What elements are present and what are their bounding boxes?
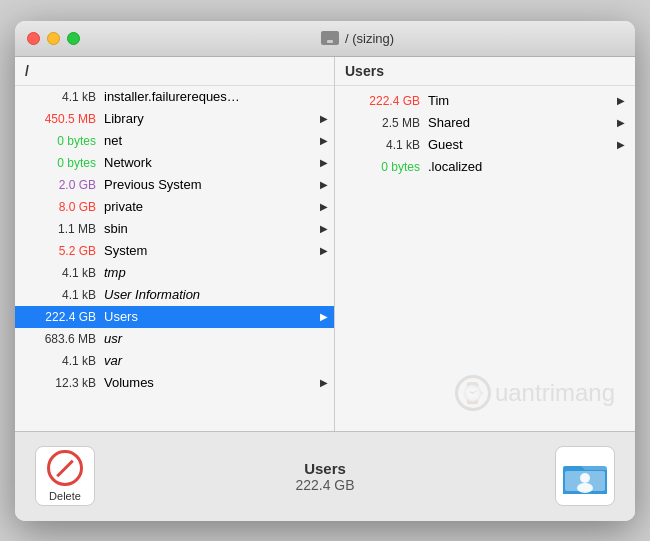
file-name: private <box>104 199 316 214</box>
file-size: 0 bytes <box>21 134 96 148</box>
svg-point-3 <box>580 473 590 483</box>
title-center: / (sizing) <box>92 31 623 46</box>
file-size: 450.5 MB <box>21 112 96 126</box>
content-area: / 4.1 kBinstaller.failurereques…450.5 MB… <box>15 57 635 431</box>
file-size: 2.0 GB <box>21 178 96 192</box>
user-name: Shared <box>428 115 613 130</box>
file-size: 4.1 kB <box>21 354 96 368</box>
file-size: 4.1 kB <box>21 288 96 302</box>
right-panel: Users 222.4 GBTim▶2.5 MBShared▶4.1 kBGue… <box>335 57 635 431</box>
file-name: var <box>104 353 328 368</box>
file-size: 0 bytes <box>21 156 96 170</box>
left-panel: / 4.1 kBinstaller.failurereques…450.5 MB… <box>15 57 335 431</box>
bottom-info: Users 222.4 GB <box>95 460 555 493</box>
file-size: 4.1 kB <box>21 90 96 104</box>
file-size: 222.4 GB <box>21 310 96 324</box>
expand-arrow-icon: ▶ <box>320 157 328 168</box>
file-name: Network <box>104 155 316 170</box>
file-size: 1.1 MB <box>21 222 96 236</box>
delete-button[interactable]: Delete <box>35 446 95 506</box>
user-size: 2.5 MB <box>345 116 420 130</box>
list-item[interactable]: 0 bytesNetwork▶ <box>15 152 334 174</box>
file-name: Users <box>104 309 316 324</box>
list-item[interactable]: 683.6 MBusr <box>15 328 334 350</box>
list-item[interactable]: 0 bytes.localized <box>335 156 635 178</box>
list-item[interactable]: 4.1 kBUser Information <box>15 284 334 306</box>
file-name: Volumes <box>104 375 316 390</box>
file-list[interactable]: 4.1 kBinstaller.failurereques…450.5 MBLi… <box>15 86 334 431</box>
users-list[interactable]: 222.4 GBTim▶2.5 MBShared▶4.1 kBGuest▶0 b… <box>335 86 635 431</box>
user-size: 4.1 kB <box>345 138 420 152</box>
file-size: 4.1 kB <box>21 266 96 280</box>
expand-arrow-icon: ▶ <box>617 139 625 150</box>
user-size: 222.4 GB <box>345 94 420 108</box>
expand-arrow-icon: ▶ <box>617 95 625 106</box>
expand-arrow-icon: ▶ <box>320 135 328 146</box>
minimize-button[interactable] <box>47 32 60 45</box>
expand-arrow-icon: ▶ <box>320 311 328 322</box>
file-size: 683.6 MB <box>21 332 96 346</box>
list-item[interactable]: 0 bytesnet▶ <box>15 130 334 152</box>
disk-icon <box>321 31 339 45</box>
expand-arrow-icon: ▶ <box>320 113 328 124</box>
svg-point-4 <box>577 483 593 493</box>
file-size: 5.2 GB <box>21 244 96 258</box>
folder-button[interactable] <box>555 446 615 506</box>
right-panel-header: Users <box>335 57 635 86</box>
list-item[interactable]: 4.1 kBGuest▶ <box>335 134 635 156</box>
close-button[interactable] <box>27 32 40 45</box>
title-bar: / (sizing) <box>15 21 635 57</box>
main-window: / (sizing) / 4.1 kBinstaller.failurerequ… <box>15 21 635 521</box>
expand-arrow-icon: ▶ <box>320 223 328 234</box>
user-name: Tim <box>428 93 613 108</box>
expand-arrow-icon: ▶ <box>320 377 328 388</box>
file-name: User Information <box>104 287 328 302</box>
expand-arrow-icon: ▶ <box>320 201 328 212</box>
delete-icon <box>47 450 83 486</box>
list-item[interactable]: 4.1 kBvar <box>15 350 334 372</box>
list-item[interactable]: 2.0 GBPrevious System▶ <box>15 174 334 196</box>
list-item[interactable]: 2.5 MBShared▶ <box>335 112 635 134</box>
file-name: Library <box>104 111 316 126</box>
file-size: 12.3 kB <box>21 376 96 390</box>
file-name: usr <box>104 331 328 346</box>
folder-icon <box>563 458 607 494</box>
expand-arrow-icon: ▶ <box>617 117 625 128</box>
list-item[interactable]: 5.2 GBSystem▶ <box>15 240 334 262</box>
file-name: sbin <box>104 221 316 236</box>
info-title: Users <box>304 460 346 477</box>
user-size: 0 bytes <box>345 160 420 174</box>
info-size: 222.4 GB <box>295 477 354 493</box>
file-name: installer.failurereques… <box>104 89 328 104</box>
list-item[interactable]: 4.1 kBinstaller.failurereques… <box>15 86 334 108</box>
user-name: Guest <box>428 137 613 152</box>
list-item[interactable]: 12.3 kBVolumes▶ <box>15 372 334 394</box>
traffic-lights <box>27 32 80 45</box>
list-item[interactable]: 222.4 GBTim▶ <box>335 90 635 112</box>
maximize-button[interactable] <box>67 32 80 45</box>
user-name: .localized <box>428 159 625 174</box>
list-item[interactable]: 1.1 MBsbin▶ <box>15 218 334 240</box>
list-item[interactable]: 8.0 GBprivate▶ <box>15 196 334 218</box>
list-item[interactable]: 222.4 GBUsers▶ <box>15 306 334 328</box>
expand-arrow-icon: ▶ <box>320 179 328 190</box>
bottom-bar: Delete Users 222.4 GB <box>15 431 635 521</box>
list-item[interactable]: 450.5 MBLibrary▶ <box>15 108 334 130</box>
file-name: net <box>104 133 316 148</box>
file-name: Previous System <box>104 177 316 192</box>
window-title: / (sizing) <box>345 31 394 46</box>
file-name: System <box>104 243 316 258</box>
left-panel-header: / <box>15 57 334 86</box>
list-item[interactable]: 4.1 kBtmp <box>15 262 334 284</box>
file-name: tmp <box>104 265 328 280</box>
delete-label: Delete <box>49 490 81 502</box>
file-size: 8.0 GB <box>21 200 96 214</box>
expand-arrow-icon: ▶ <box>320 245 328 256</box>
